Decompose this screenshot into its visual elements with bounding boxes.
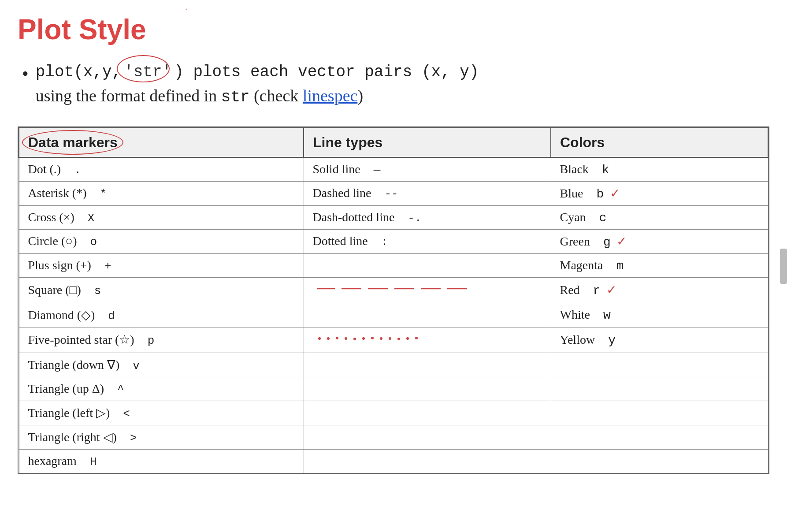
- svg-point-8: [336, 337, 338, 339]
- linetype-cell: [304, 277, 551, 303]
- color-cell: Redr ✓: [551, 277, 768, 303]
- svg-point-14: [389, 337, 391, 340]
- table-row: Square (□)s Redr ✓: [19, 277, 768, 303]
- marker-name: Circle (○)o: [19, 229, 304, 253]
- table-row: Circle (○)oDotted line:Greeng ✓: [19, 229, 768, 253]
- marker-name: Triangle (right ◁)>: [19, 425, 304, 449]
- svg-point-16: [406, 337, 409, 340]
- linetype-cell: [304, 327, 551, 353]
- bullet-point: • plot(x,y, 'str' ) plots each vector pa…: [22, 59, 769, 109]
- linespec-link[interactable]: linespec: [303, 86, 358, 105]
- marker-symbol: <: [123, 407, 130, 420]
- checkmark: ✓: [603, 283, 616, 297]
- table-row: hexagramH: [19, 449, 768, 473]
- marker-name: Triangle (down ∇)v: [19, 353, 304, 377]
- marker-name: Asterisk (*)*: [19, 181, 304, 205]
- scrollbar[interactable]: [780, 249, 787, 284]
- marker-symbol: p: [148, 334, 155, 347]
- code-after: ) plots each vector pairs (x, y): [174, 63, 479, 81]
- checkmark: ✓: [606, 186, 620, 200]
- marker-symbol: ^: [117, 383, 124, 396]
- dot-accent: ·: [185, 4, 187, 15]
- table-row: Asterisk (*)*Dashed line--Blueb ✓: [19, 181, 768, 205]
- svg-point-15: [397, 338, 400, 340]
- table-row: Triangle (up Δ)^: [19, 377, 768, 401]
- th-linetypes: Line types: [304, 128, 551, 157]
- linetype-cell: [304, 449, 551, 473]
- color-cell: [551, 353, 768, 377]
- linetype-cell: [304, 353, 551, 377]
- linetype-cell: [304, 253, 551, 277]
- marker-symbol: +: [104, 260, 111, 273]
- bullet-dot: •: [22, 61, 29, 87]
- checkmark: ✓: [613, 234, 627, 248]
- table-row: Plus sign (+)+Magentam: [19, 253, 768, 277]
- linetype-cell: Solid line—: [304, 157, 551, 182]
- table-row: Triangle (left ▷)<: [19, 401, 768, 425]
- code-before: plot(x,y,: [36, 63, 121, 81]
- dotted-line-drawing: [313, 332, 454, 345]
- marker-name: Square (□)s: [19, 277, 304, 303]
- svg-point-17: [415, 337, 418, 339]
- color-cell: Cyanc: [551, 205, 768, 229]
- color-cell: [551, 377, 768, 401]
- table-row: Five-pointed star (☆)p Yellowy: [19, 327, 768, 353]
- svg-point-7: [327, 337, 330, 340]
- marker-symbol: H: [90, 455, 97, 469]
- marker-symbol: >: [130, 432, 137, 445]
- table-row: Cross (×)XDash-dotted line-.Cyanc: [19, 205, 768, 229]
- line2-after: (check: [250, 86, 303, 105]
- table-row: Triangle (right ◁)>: [19, 425, 768, 449]
- page-container: · Plot Style • plot(x,y, 'str' ) plots e…: [0, 0, 787, 492]
- color-cell: Yellowy: [551, 327, 768, 353]
- marker-symbol: d: [108, 309, 115, 323]
- linetype-cell: [304, 401, 551, 425]
- marker-name: Triangle (left ▷)<: [19, 401, 304, 425]
- svg-point-12: [371, 337, 374, 339]
- dashed-line-drawing: [313, 282, 480, 295]
- th-colors: Colors: [551, 128, 768, 157]
- bullet-text: plot(x,y, 'str' ) plots each vector pair…: [36, 59, 769, 109]
- str-plain: str: [221, 88, 250, 106]
- marker-symbol: .: [74, 164, 81, 177]
- marker-name: Five-pointed star (☆)p: [19, 327, 304, 353]
- marker-name: Triangle (up Δ)^: [19, 377, 304, 401]
- color-cell: [551, 401, 768, 425]
- line2-end: ): [357, 86, 363, 105]
- bullet-section: • plot(x,y, 'str' ) plots each vector pa…: [18, 59, 769, 109]
- th-markers-wrapper: Data markers: [28, 134, 118, 151]
- marker-symbol: o: [90, 235, 97, 249]
- table-row: Dot (.).Solid line—Blackk: [19, 157, 768, 182]
- marker-symbol: X: [88, 212, 95, 225]
- linetype-cell: [304, 425, 551, 449]
- svg-point-10: [353, 338, 356, 340]
- data-table: Data markers Line types Colors Dot (.).S…: [18, 126, 769, 474]
- color-cell: [551, 425, 768, 449]
- page-title: Plot Style: [18, 13, 769, 46]
- table-row: Diamond (◇)dWhitew: [19, 303, 768, 327]
- marker-symbol: *: [100, 187, 107, 201]
- color-cell: [551, 449, 768, 473]
- color-cell: Blueb ✓: [551, 181, 768, 205]
- color-cell: Magentam: [551, 253, 768, 277]
- linetype-cell: [304, 377, 551, 401]
- svg-point-9: [345, 337, 347, 340]
- marker-name: Diamond (◇)d: [19, 303, 304, 327]
- marker-name: Plus sign (+)+: [19, 253, 304, 277]
- str-highlighted: 'str': [121, 60, 174, 84]
- linetype-cell: [304, 303, 551, 327]
- marker-name: hexagramH: [19, 449, 304, 473]
- svg-point-11: [362, 337, 365, 340]
- linetype-cell: Dotted line:: [304, 229, 551, 253]
- svg-point-6: [318, 337, 321, 340]
- th-markers: Data markers: [19, 128, 304, 157]
- linetype-cell: Dashed line--: [304, 181, 551, 205]
- color-cell: Greeng ✓: [551, 229, 768, 253]
- line2-before: using the format defined in: [36, 86, 221, 105]
- linetype-cell: Dash-dotted line-.: [304, 205, 551, 229]
- marker-symbol: s: [94, 284, 101, 298]
- marker-symbol: v: [133, 359, 140, 372]
- color-cell: Blackk: [551, 157, 768, 182]
- marker-name: Cross (×)X: [19, 205, 304, 229]
- color-cell: Whitew: [551, 303, 768, 327]
